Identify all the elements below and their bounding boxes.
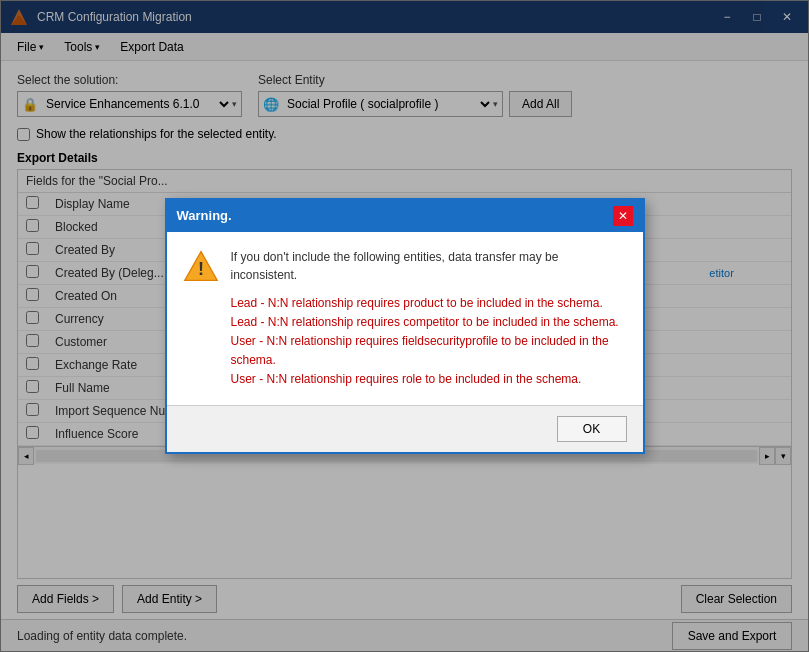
modal-list-item: Lead - N:N relationship requires competi… (231, 313, 627, 332)
modal-title: Warning. (177, 208, 232, 223)
modal-list-item: User - N:N relationship requires role to… (231, 370, 627, 389)
modal-body: ! If you don't include the following ent… (167, 232, 643, 406)
svg-text:!: ! (198, 259, 204, 279)
modal-close-button[interactable]: ✕ (613, 206, 633, 226)
modal-footer: OK (167, 405, 643, 452)
modal-text-content: If you don't include the following entit… (231, 248, 627, 390)
modal-list-item: User - N:N relationship requires fieldse… (231, 332, 627, 370)
ok-button[interactable]: OK (557, 416, 627, 442)
warning-modal: Warning. ✕ ! If you don't include the fo… (165, 198, 645, 455)
modal-title-bar: Warning. ✕ (167, 200, 643, 232)
modal-items: Lead - N:N relationship requires product… (231, 294, 627, 390)
modal-list-item: Lead - N:N relationship requires product… (231, 294, 627, 313)
modal-main-text: If you don't include the following entit… (231, 248, 627, 284)
modal-overlay: Warning. ✕ ! If you don't include the fo… (0, 0, 809, 652)
warning-icon: ! (183, 248, 219, 284)
